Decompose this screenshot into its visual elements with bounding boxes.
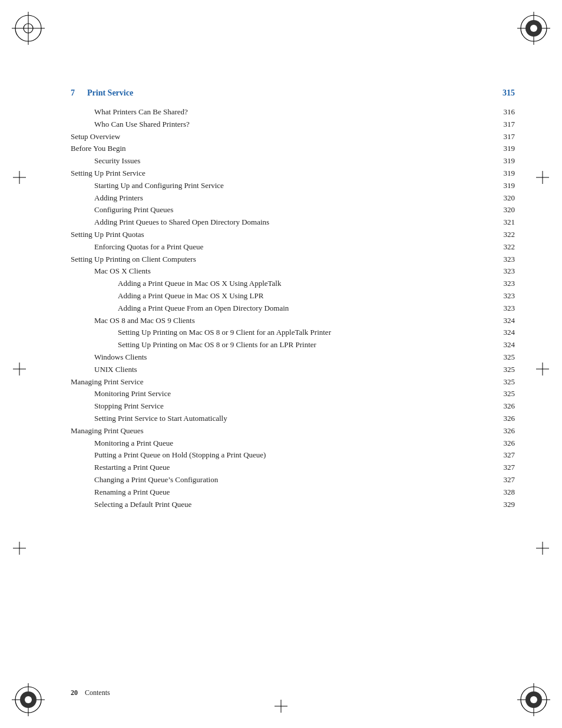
toc-entry-page: 316 bbox=[504, 106, 515, 118]
corner-mark-bl bbox=[11, 682, 46, 717]
toc-entry-title: Selecting a Default Print Queue bbox=[94, 499, 500, 511]
toc-entry-page: 317 bbox=[504, 118, 515, 131]
tick-right-bot bbox=[536, 542, 549, 557]
toc-entry-title: UNIX Clients bbox=[94, 364, 500, 376]
toc-entry-page: 326 bbox=[504, 437, 515, 450]
toc-entry: Setup Overview317 bbox=[71, 131, 515, 143]
corner-mark-br bbox=[516, 682, 551, 717]
tick-left-mid bbox=[13, 363, 26, 378]
toc-entry-title: Stopping Print Service bbox=[94, 400, 500, 413]
toc-entry-page: 325 bbox=[504, 388, 515, 400]
toc-entry: Starting Up and Configuring Print Servic… bbox=[71, 180, 515, 192]
toc-entry-title: Windows Clients bbox=[94, 351, 500, 364]
toc-entry-title: Adding a Print Queue in Mac OS X Using A… bbox=[118, 278, 500, 290]
toc-entry-page: 327 bbox=[504, 462, 515, 474]
toc-entry: Renaming a Print Queue328 bbox=[71, 486, 515, 499]
toc-entry-title: Monitoring a Print Queue bbox=[94, 437, 500, 450]
toc-entry-page: 329 bbox=[504, 499, 515, 511]
toc-entry-title: Setting Up Printing on Client Computers bbox=[71, 253, 500, 266]
toc-entry: Setting Up Print Quotas322 bbox=[71, 229, 515, 241]
toc-entry: Security Issues319 bbox=[71, 155, 515, 167]
footer: 20 Contents bbox=[71, 689, 515, 697]
toc-entry-page: 324 bbox=[504, 339, 515, 351]
toc-entry-page: 326 bbox=[504, 413, 515, 425]
toc-entry-title: Mac OS X Clients bbox=[94, 265, 500, 278]
svg-point-15 bbox=[25, 696, 32, 703]
corner-mark-tl bbox=[11, 11, 46, 46]
toc-entry-title: Setting Print Service to Start Automatic… bbox=[94, 413, 500, 425]
corner-mark-tr bbox=[516, 11, 551, 46]
toc-entry: Stopping Print Service326 bbox=[71, 400, 515, 413]
toc-entry-title: Setting Up Print Service bbox=[71, 167, 500, 180]
toc-entry-page: 317 bbox=[504, 131, 515, 143]
toc-entry-title: Managing Print Queues bbox=[71, 425, 500, 437]
toc-entry-page: 320 bbox=[504, 192, 515, 205]
toc-entry-page: 323 bbox=[504, 290, 515, 302]
toc-entry-page: 323 bbox=[504, 265, 515, 278]
toc-entry-title: What Printers Can Be Shared? bbox=[94, 106, 500, 118]
toc-entry-page: 319 bbox=[504, 167, 515, 180]
chapter-title: Print Service bbox=[87, 88, 498, 98]
toc-entry: Changing a Print Queue’s Configuration32… bbox=[71, 474, 515, 486]
toc-entry-page: 326 bbox=[504, 425, 515, 437]
toc-entry-page: 323 bbox=[504, 253, 515, 266]
tick-right-top bbox=[536, 171, 549, 186]
svg-point-9 bbox=[530, 25, 537, 32]
toc-entry: Mac OS 8 and Mac OS 9 Clients324 bbox=[71, 315, 515, 327]
toc-entry-page: 323 bbox=[504, 278, 515, 290]
toc-entry: Setting Up Printing on Mac OS 8 or 9 Cli… bbox=[71, 339, 515, 351]
toc-entry-title: Starting Up and Configuring Print Servic… bbox=[94, 180, 500, 192]
toc-entry-title: Restarting a Print Queue bbox=[94, 462, 500, 474]
toc-entry-page: 323 bbox=[504, 302, 515, 315]
toc-entry: Monitoring a Print Queue326 bbox=[71, 437, 515, 450]
toc-entry-title: Enforcing Quotas for a Print Queue bbox=[94, 241, 500, 253]
toc-entry: Before You Begin319 bbox=[71, 143, 515, 155]
toc-entry: Setting Print Service to Start Automatic… bbox=[71, 413, 515, 425]
toc-entry: Setting Up Print Service319 bbox=[71, 167, 515, 180]
toc-entry: Windows Clients325 bbox=[71, 351, 515, 364]
toc-entry-page: 321 bbox=[504, 216, 515, 229]
chapter-number: 7 bbox=[71, 88, 82, 98]
toc-entry-title: Changing a Print Queue’s Configuration bbox=[94, 474, 500, 486]
content-area: 7 Print Service 315 What Printers Can Be… bbox=[71, 88, 515, 669]
toc-entry: Configuring Print Queues320 bbox=[71, 204, 515, 216]
toc-entry-title: Configuring Print Queues bbox=[94, 204, 500, 216]
toc-entry: Monitoring Print Service325 bbox=[71, 388, 515, 400]
chapter-page: 315 bbox=[503, 88, 515, 98]
tick-left-bot bbox=[13, 542, 26, 557]
toc-entry: Adding Printers320 bbox=[71, 192, 515, 205]
toc-entry-title: Before You Begin bbox=[71, 143, 500, 155]
toc-entry: Adding Print Queues to Shared Open Direc… bbox=[71, 216, 515, 229]
toc-entry: Managing Print Queues326 bbox=[71, 425, 515, 437]
toc-entry-page: 324 bbox=[504, 327, 515, 339]
toc-entry: Who Can Use Shared Printers?317 bbox=[71, 118, 515, 131]
toc-entry-title: Adding a Print Queue in Mac OS X Using L… bbox=[118, 290, 500, 302]
toc-entry: Selecting a Default Print Queue329 bbox=[71, 499, 515, 511]
toc-entry-title: Who Can Use Shared Printers? bbox=[94, 118, 500, 131]
toc-list: What Printers Can Be Shared?316Who Can U… bbox=[71, 106, 515, 510]
toc-entry: Adding a Print Queue in Mac OS X Using A… bbox=[71, 278, 515, 290]
chapter-heading: 7 Print Service 315 bbox=[71, 88, 515, 98]
toc-entry-page: 319 bbox=[504, 143, 515, 155]
toc-entry-page: 325 bbox=[504, 351, 515, 364]
toc-entry-page: 325 bbox=[504, 364, 515, 376]
footer-section-label: Contents bbox=[85, 689, 110, 697]
toc-entry: What Printers Can Be Shared?316 bbox=[71, 106, 515, 118]
toc-entry: Adding a Print Queue in Mac OS X Using L… bbox=[71, 290, 515, 302]
tick-left-top bbox=[13, 171, 26, 186]
toc-entry-title: Adding Print Queues to Shared Open Direc… bbox=[94, 216, 500, 229]
toc-entry-title: Setup Overview bbox=[71, 131, 500, 143]
toc-entry-page: 327 bbox=[504, 474, 515, 486]
toc-entry-page: 327 bbox=[504, 449, 515, 462]
toc-entry-page: 326 bbox=[504, 400, 515, 413]
toc-entry: UNIX Clients325 bbox=[71, 364, 515, 376]
toc-entry-title: Managing Print Service bbox=[71, 376, 500, 388]
toc-entry: Managing Print Service325 bbox=[71, 376, 515, 388]
toc-entry-page: 319 bbox=[504, 180, 515, 192]
toc-entry: Mac OS X Clients323 bbox=[71, 265, 515, 278]
svg-point-21 bbox=[530, 696, 537, 703]
toc-entry-title: Mac OS 8 and Mac OS 9 Clients bbox=[94, 315, 500, 327]
toc-entry-page: 325 bbox=[504, 376, 515, 388]
toc-entry-title: Security Issues bbox=[94, 155, 500, 167]
toc-entry-title: Renaming a Print Queue bbox=[94, 486, 500, 499]
